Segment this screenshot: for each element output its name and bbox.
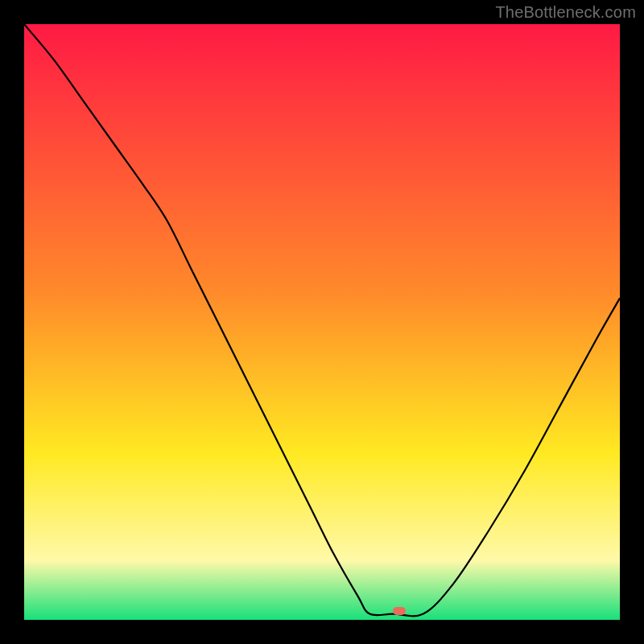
bottleneck-chart xyxy=(0,0,644,644)
chart-stage: TheBottleneck.com xyxy=(0,0,644,644)
watermark-text: TheBottleneck.com xyxy=(495,3,636,22)
optimal-marker xyxy=(393,607,406,615)
